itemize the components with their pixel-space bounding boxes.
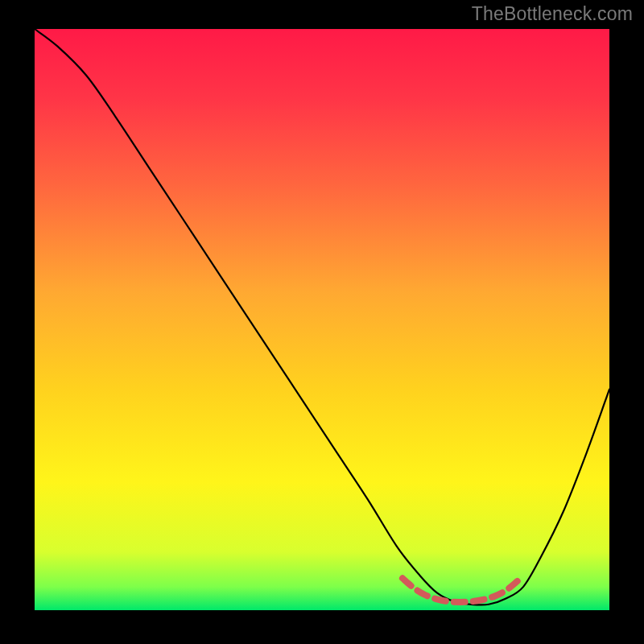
bottleneck-curve xyxy=(35,29,609,605)
chart-frame: TheBottleneck.com xyxy=(0,0,644,644)
curves-layer xyxy=(35,29,609,610)
plot-area xyxy=(35,29,609,610)
watermark-text: TheBottleneck.com xyxy=(472,5,633,23)
optimal-band-marker xyxy=(402,578,518,602)
